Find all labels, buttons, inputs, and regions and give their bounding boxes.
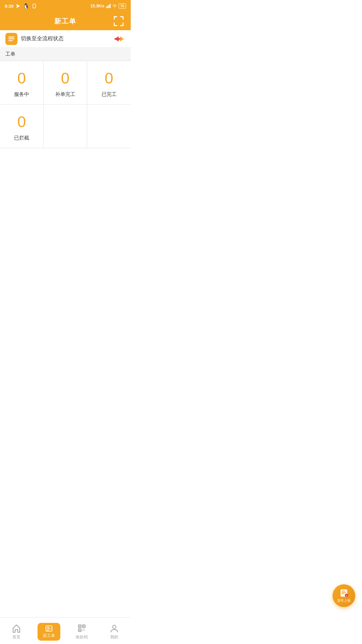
status-time: 9:39 — [5, 4, 13, 9]
stat-supplement-done[interactable]: 0 补单完工 — [44, 61, 87, 104]
wifi-icon — [112, 4, 117, 8]
phone-icon — [32, 3, 37, 9]
send-icon — [15, 3, 21, 9]
svg-rect-2 — [106, 6, 107, 8]
scan-button[interactable] — [112, 14, 125, 28]
battery-indicator: 75 — [119, 3, 126, 9]
page-title: 新工单 — [54, 17, 76, 26]
switch-banner[interactable]: 切换至全流程状态 — [0, 30, 131, 48]
stat-completed-number: 0 — [105, 70, 113, 86]
stat-serving-number: 0 — [17, 70, 26, 86]
network-speed: 15.3K/s — [90, 4, 105, 8]
svg-rect-4 — [109, 5, 110, 8]
section-label: 工单 — [0, 48, 131, 61]
svg-marker-0 — [16, 4, 20, 8]
status-bar: 9:39 🐧 15.3K/s 75 — [0, 0, 131, 12]
svg-marker-11 — [120, 36, 124, 42]
stat-empty-2 — [87, 105, 131, 148]
switch-arrow-button[interactable] — [113, 33, 125, 45]
svg-rect-8 — [8, 40, 13, 41]
stat-serving-label: 服务中 — [14, 91, 29, 98]
stat-supplement-done-number: 0 — [61, 70, 70, 86]
svg-rect-6 — [8, 37, 14, 38]
stats-grid-row2: 0 已拦截 — [0, 105, 131, 148]
switch-arrows-icon — [114, 34, 125, 44]
stat-completed[interactable]: 0 已完工 — [87, 61, 131, 104]
svg-rect-7 — [8, 38, 14, 39]
list-icon — [8, 35, 15, 43]
status-right: 15.3K/s 75 — [90, 3, 126, 9]
signal-icon — [106, 4, 111, 8]
stat-blocked-label: 已拦截 — [14, 135, 29, 141]
switch-text: 切换至全流程状态 — [21, 35, 64, 42]
header: 新工单 — [0, 12, 131, 30]
svg-rect-1 — [33, 4, 36, 8]
stat-blocked-number: 0 — [17, 114, 26, 129]
stat-empty-1 — [44, 105, 87, 148]
svg-rect-5 — [110, 4, 111, 8]
stat-supplement-done-label: 补单完工 — [55, 91, 75, 98]
stat-blocked[interactable]: 0 已拦截 — [0, 105, 44, 148]
stat-serving[interactable]: 0 服务中 — [0, 61, 44, 104]
stat-completed-label: 已完工 — [102, 91, 117, 98]
switch-left: 切换至全流程状态 — [5, 33, 64, 45]
scan-icon — [113, 15, 124, 27]
stats-grid-row1: 0 服务中 0 补单完工 0 已完工 — [0, 61, 131, 105]
qq-icon: 🐧 — [23, 3, 29, 9]
svg-rect-3 — [107, 6, 108, 8]
switch-icon-box — [5, 33, 17, 45]
status-left: 9:39 🐧 — [5, 3, 37, 9]
